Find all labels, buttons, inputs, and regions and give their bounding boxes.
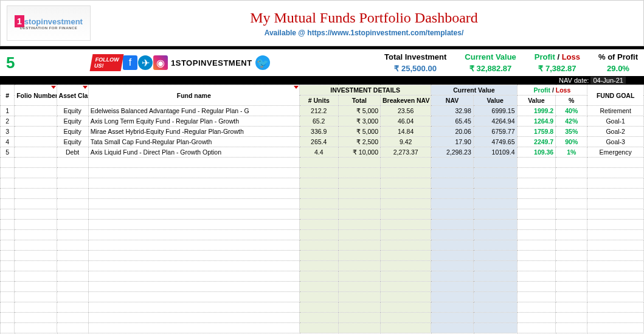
cell-plv[interactable]: 1999.2 <box>517 106 556 116</box>
cell-rownum[interactable]: 4 <box>1 137 15 147</box>
table-row[interactable]: 3EquityMirae Asset Hybrid-Equity Fund -R… <box>1 127 644 137</box>
cell-folio[interactable] <box>15 137 57 147</box>
cell-total[interactable]: ₹ 2,500 <box>338 137 380 147</box>
cell-plp[interactable]: 35% <box>556 127 587 137</box>
empty-row[interactable] <box>1 209 644 220</box>
cell-plv[interactable]: 1264.9 <box>517 116 556 127</box>
cell-nav[interactable]: 65.45 <box>431 116 473 127</box>
table-row[interactable]: 5DebtAxis Liquid Fund - Direct Plan - Gr… <box>1 147 644 158</box>
table-row[interactable]: 2EquityAxis Long Term Equity Fund - Regu… <box>1 116 644 127</box>
twitter-icon[interactable]: 🐦 <box>255 55 270 70</box>
empty-row[interactable] <box>1 230 644 240</box>
cell-value[interactable]: 4264.94 <box>473 116 517 127</box>
telegram-icon[interactable]: ✈ <box>138 55 153 70</box>
cell-value[interactable]: 6999.15 <box>473 106 517 116</box>
cell-goal[interactable]: Emergency <box>587 147 644 158</box>
filter-arrow-icon[interactable] <box>83 86 88 89</box>
cell-plv[interactable]: 2249.7 <box>517 137 556 147</box>
empty-row[interactable] <box>1 199 644 209</box>
cell-bnav[interactable]: 2,273.37 <box>381 147 431 158</box>
col-nav-header[interactable]: NAV <box>431 96 473 106</box>
col-goal-header[interactable]: FUND GOAL <box>587 85 644 106</box>
cell-fund[interactable]: Axis Liquid Fund - Direct Plan - Growth … <box>88 147 299 158</box>
cell-goal[interactable]: Goal-1 <box>587 116 644 127</box>
cell-folio[interactable] <box>15 106 57 116</box>
cell-value[interactable]: 6759.77 <box>473 127 517 137</box>
cell-plp[interactable]: 90% <box>556 137 587 147</box>
cell-nav[interactable]: 20.06 <box>431 127 473 137</box>
empty-row[interactable] <box>1 323 644 333</box>
cell-plp[interactable]: 1% <box>556 147 587 158</box>
cell-total[interactable]: ₹ 3,000 <box>338 116 380 127</box>
cell-fund[interactable]: Axis Long Term Equity Fund - Regular Pla… <box>88 116 299 127</box>
empty-row[interactable] <box>1 261 644 271</box>
empty-row[interactable] <box>1 240 644 251</box>
col-value-header[interactable]: Value <box>473 96 517 106</box>
cell-units[interactable]: 336.9 <box>299 127 338 137</box>
cell-value[interactable]: 4749.65 <box>473 137 517 147</box>
cell-plp[interactable]: 40% <box>556 106 587 116</box>
cell-total[interactable]: ₹ 10,000 <box>338 147 380 158</box>
cell-nav[interactable]: 2,298.23 <box>431 147 473 158</box>
cell-bnav[interactable]: 14.84 <box>381 127 431 137</box>
cell-value[interactable]: 10109.4 <box>473 147 517 158</box>
cell-rownum[interactable]: 2 <box>1 116 15 127</box>
empty-row[interactable] <box>1 292 644 302</box>
cell-asset[interactable]: Equity <box>57 116 88 127</box>
facebook-icon[interactable]: f <box>123 55 137 70</box>
empty-row[interactable] <box>1 282 644 292</box>
col-row-header[interactable]: # <box>1 85 15 106</box>
cell-bnav[interactable]: 23.56 <box>381 106 431 116</box>
col-total-header[interactable]: Total <box>338 96 380 106</box>
table-row[interactable]: 4EquityTata Small Cap Fund-Regular Plan-… <box>1 137 644 147</box>
cell-goal[interactable]: Retirement <box>587 106 644 116</box>
cell-units[interactable]: 65.2 <box>299 116 338 127</box>
instagram-icon[interactable]: ◉ <box>153 55 168 70</box>
cell-asset[interactable]: Equity <box>57 106 88 116</box>
col-plp-header[interactable]: % <box>556 96 587 106</box>
cell-bnav[interactable]: 9.42 <box>381 137 431 147</box>
col-fund-header[interactable]: Fund name <box>88 85 299 106</box>
empty-row[interactable] <box>1 313 644 323</box>
cell-rownum[interactable]: 3 <box>1 127 15 137</box>
cell-fund[interactable]: Edelweiss Balanced Advantage Fund - Regu… <box>88 106 299 116</box>
cell-plp[interactable]: 42% <box>556 116 587 127</box>
cell-bnav[interactable]: 46.04 <box>381 116 431 127</box>
cell-fund[interactable]: Mirae Asset Hybrid-Equity Fund -Regular … <box>88 127 299 137</box>
col-asset-header[interactable]: Asset Class <box>57 85 88 106</box>
empty-row[interactable] <box>1 189 644 199</box>
cell-rownum[interactable]: 5 <box>1 147 15 158</box>
col-plv-header[interactable]: Value <box>517 96 556 106</box>
cell-nav[interactable]: 32.98 <box>431 106 473 116</box>
follow-us-icon[interactable]: FOLLOWUS! <box>90 54 124 71</box>
cell-plv[interactable]: 109.36 <box>517 147 556 158</box>
cell-units[interactable]: 212.2 <box>299 106 338 116</box>
cell-total[interactable]: ₹ 5,000 <box>338 127 380 137</box>
cell-asset[interactable]: Equity <box>57 137 88 147</box>
col-units-header[interactable]: # Units <box>299 96 338 106</box>
empty-row[interactable] <box>1 178 644 189</box>
empty-row[interactable] <box>1 251 644 261</box>
empty-row[interactable] <box>1 158 644 168</box>
cell-nav[interactable]: 17.90 <box>431 137 473 147</box>
cell-asset[interactable]: Equity <box>57 127 88 137</box>
col-bnav-header[interactable]: Breakeven NAV <box>381 96 431 106</box>
table-row[interactable]: 1EquityEdelweiss Balanced Advantage Fund… <box>1 106 644 116</box>
empty-row[interactable] <box>1 302 644 313</box>
filter-arrow-icon[interactable] <box>294 86 299 89</box>
cell-folio[interactable] <box>15 147 57 158</box>
cell-units[interactable]: 265.4 <box>299 137 338 147</box>
empty-row[interactable] <box>1 271 644 282</box>
filter-arrow-icon[interactable] <box>51 86 56 89</box>
cell-folio[interactable] <box>15 116 57 127</box>
cell-fund[interactable]: Tata Small Cap Fund-Regular Plan-Growth <box>88 137 299 147</box>
empty-row[interactable] <box>1 220 644 230</box>
cell-total[interactable]: ₹ 5,000 <box>338 106 380 116</box>
cell-asset[interactable]: Debt <box>57 147 88 158</box>
col-folio-header[interactable]: Folio Number <box>15 85 57 106</box>
cell-folio[interactable] <box>15 127 57 137</box>
cell-units[interactable]: 4.4 <box>299 147 338 158</box>
cell-goal[interactable]: Goal-3 <box>587 137 644 147</box>
cell-rownum[interactable]: 1 <box>1 106 15 116</box>
empty-row[interactable] <box>1 168 644 178</box>
